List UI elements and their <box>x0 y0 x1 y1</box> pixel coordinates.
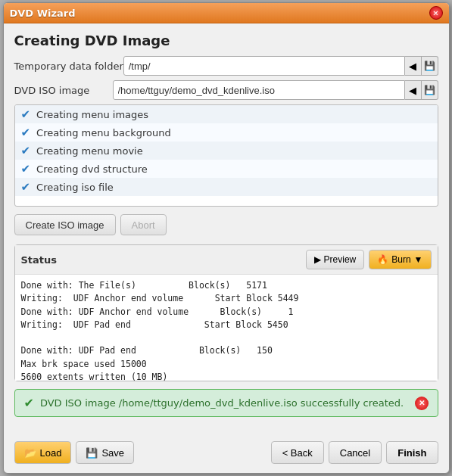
success-bar: ✔ DVD ISO image /home/ttguy/demo_dvd_kde… <box>14 389 438 417</box>
back-button[interactable]: < Back <box>271 441 324 464</box>
play-icon: ▶ <box>314 254 321 265</box>
main-content: Creating DVD Image Temporary data folder… <box>4 23 449 435</box>
status-section: Status ▶ Preview 🔥 Burn ▼ Done with: The… <box>14 244 438 381</box>
success-message: DVD ISO image /home/ttguy/demo_dvd_kdenl… <box>40 397 404 409</box>
iso-image-clear-button[interactable]: ◀ <box>405 80 422 100</box>
list-item: ✔ Creating menu background <box>15 123 438 142</box>
check-icon: ✔ <box>21 107 31 121</box>
list-item: ✔ Creating menu images <box>15 105 438 123</box>
log-line <box>21 331 432 344</box>
checklist-box: ✔ Creating menu images ✔ Creating menu b… <box>14 104 438 207</box>
list-item: ✔ Creating menu movie <box>15 142 438 160</box>
checklist-item-label: Creating dvd structure <box>36 163 148 175</box>
check-icon: ✔ <box>21 180 31 194</box>
preview-button[interactable]: ▶ Preview <box>306 250 365 269</box>
status-header: Status ▶ Preview 🔥 Burn ▼ <box>15 245 438 275</box>
log-line: Done with: The File(s) Block(s) 5171 <box>21 279 432 292</box>
temp-folder-browse-button[interactable]: 💾 <box>422 56 438 76</box>
success-close-button[interactable]: ✕ <box>415 397 429 410</box>
load-button[interactable]: 📂 Load <box>14 441 72 464</box>
titlebar: DVD Wizard ✕ <box>4 3 449 23</box>
save-button[interactable]: 💾 Save <box>76 441 134 464</box>
burn-dropdown-arrow: ▼ <box>414 254 423 265</box>
log-line: Max brk space used 15000 <box>21 358 432 371</box>
success-message-wrap: ✔ DVD ISO image /home/ttguy/demo_dvd_kde… <box>24 396 404 410</box>
bottom-bar: 📂 Load 💾 Save < Back Cancel Finish <box>4 435 449 473</box>
check-icon: ✔ <box>21 144 31 157</box>
abort-button[interactable]: Abort <box>120 214 167 235</box>
iso-image-browse-button[interactable]: 💾 <box>422 80 438 100</box>
iso-image-label: DVD ISO image <box>14 85 113 96</box>
temp-folder-row: Temporary data folder ◀ 💾 <box>14 56 438 76</box>
load-icon: 📂 <box>24 447 36 459</box>
log-line: Writing: UDF Pad end Start Block 5450 <box>21 319 432 331</box>
list-item: ✔ Creating iso file <box>15 178 438 196</box>
action-buttons-row: Create ISO image Abort <box>14 214 438 235</box>
list-item: ✔ Creating dvd structure <box>15 160 438 178</box>
finish-button[interactable]: Finish <box>386 441 438 464</box>
status-label: Status <box>21 254 58 266</box>
success-icon: ✔ <box>24 396 34 410</box>
iso-image-input[interactable] <box>113 80 405 100</box>
checklist-item-label: Creating menu background <box>36 127 171 138</box>
log-line: Done with: UDF Anchor end volume Block(s… <box>21 306 432 319</box>
check-icon: ✔ <box>21 162 31 176</box>
main-window: DVD Wizard ✕ Creating DVD Image Temporar… <box>3 2 450 474</box>
temp-folder-label: Temporary data folder <box>14 61 123 72</box>
temp-folder-input-wrap: ◀ 💾 <box>123 56 438 76</box>
iso-image-input-wrap: ◀ 💾 <box>113 80 438 100</box>
close-button[interactable]: ✕ <box>429 6 443 20</box>
status-log: Done with: The File(s) Block(s) 5171 Wri… <box>15 275 438 381</box>
cancel-button[interactable]: Cancel <box>329 441 382 464</box>
log-line: 5600 extents written (10 MB) <box>21 371 432 381</box>
iso-image-row: DVD ISO image ◀ 💾 <box>14 80 438 100</box>
status-buttons: ▶ Preview 🔥 Burn ▼ <box>306 250 432 269</box>
fire-icon: 🔥 <box>377 254 388 265</box>
temp-folder-input[interactable] <box>123 56 405 76</box>
checklist-item-label: Creating menu images <box>36 109 148 120</box>
burn-button[interactable]: 🔥 Burn ▼ <box>369 250 431 269</box>
create-iso-button[interactable]: Create ISO image <box>14 214 116 235</box>
log-line: Writing: UDF Anchor end volume Start Blo… <box>21 292 432 305</box>
checklist-item-label: Creating iso file <box>36 182 114 193</box>
log-line: Done with: UDF Pad end Block(s) 150 <box>21 344 432 357</box>
titlebar-title: DVD Wizard <box>10 8 76 19</box>
checklist-item-label: Creating menu movie <box>36 145 143 157</box>
check-icon: ✔ <box>21 126 31 139</box>
temp-folder-clear-button[interactable]: ◀ <box>405 56 422 76</box>
page-title: Creating DVD Image <box>14 33 438 48</box>
save-icon: 💾 <box>86 447 98 459</box>
